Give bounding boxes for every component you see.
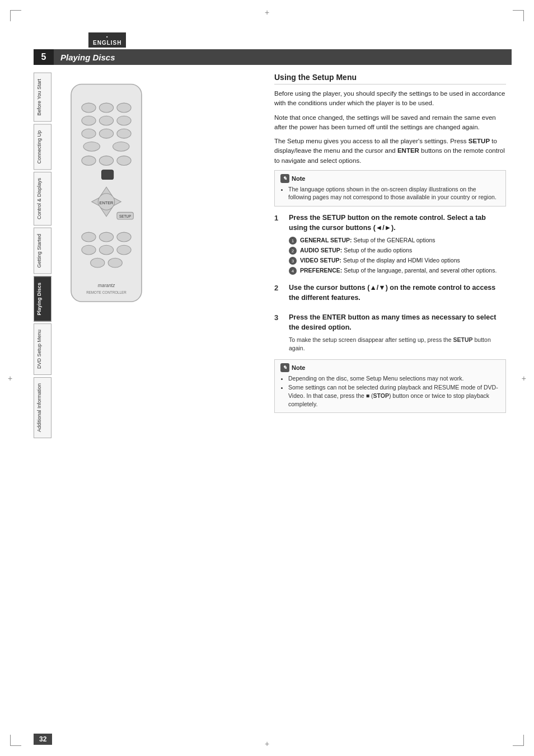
svg-point-12 bbox=[82, 156, 96, 166]
step-content-1: Press the SETUP button on the remote con… bbox=[289, 213, 506, 276]
left-center-cross: + bbox=[8, 374, 12, 383]
svg-text:SETUP: SETUP bbox=[119, 214, 131, 218]
svg-point-30 bbox=[91, 258, 105, 267]
intro-paragraph-2: Note that once changed, the settings wil… bbox=[274, 113, 506, 133]
section-title: Using the Setup Menu bbox=[274, 73, 506, 84]
step-1: 1 Press the SETUP button on the remote c… bbox=[274, 213, 506, 276]
step-number-1: 1 bbox=[274, 213, 283, 276]
svg-point-11 bbox=[113, 142, 129, 151]
note-box-2: ✎ Note Depending on the disc, some Setup… bbox=[274, 359, 506, 414]
sidebar-item-getting-started[interactable]: Getting Started bbox=[34, 228, 51, 274]
note-header-1: ✎ Note bbox=[280, 174, 500, 183]
svg-point-3 bbox=[117, 103, 131, 112]
svg-point-2 bbox=[99, 103, 113, 112]
bullet-text-3: VIDEO SETUP: Setup of the display and HD… bbox=[300, 256, 460, 265]
svg-point-26 bbox=[117, 232, 131, 242]
bullet-video-setup: 3 VIDEO SETUP: Setup of the display and … bbox=[289, 256, 506, 265]
chapter-title: Playing Discs bbox=[60, 53, 115, 62]
svg-point-4 bbox=[82, 116, 96, 125]
note-label-2: Note bbox=[292, 364, 305, 371]
note-header-2: ✎ Note bbox=[280, 363, 500, 372]
corner-mark-tr bbox=[513, 10, 524, 21]
svg-point-10 bbox=[83, 142, 100, 151]
bullet-circle-3: 3 bbox=[289, 257, 297, 265]
bullet-text-1: GENERAL SETUP: Setup of the GENERAL opti… bbox=[300, 236, 435, 245]
side-tabs: Before You Start Connecting Up Control &… bbox=[34, 73, 51, 438]
bullet-circle-1: 1 bbox=[289, 237, 297, 245]
corner-mark-br bbox=[513, 735, 524, 746]
chapter-header: 5 Playing Discs bbox=[34, 49, 512, 65]
note-icon-2: ✎ bbox=[280, 363, 289, 372]
note-text-1: The language options shown in the on-scr… bbox=[280, 185, 500, 201]
intro-paragraph-1: Before using the player, you should spec… bbox=[274, 89, 506, 109]
bullet-general-setup: 1 GENERAL SETUP: Setup of the GENERAL op… bbox=[289, 236, 506, 245]
note-box-1: ✎ Note The language options shown in the… bbox=[274, 170, 506, 206]
note-label-1: Note bbox=[292, 175, 305, 182]
bottom-center-cross: + bbox=[265, 739, 269, 748]
svg-point-24 bbox=[82, 232, 96, 242]
main-content: Using the Setup Menu Before using the pl… bbox=[274, 73, 506, 722]
sidebar-item-connecting-up[interactable]: Connecting Up bbox=[34, 124, 51, 170]
step-sub-3: To make the setup screen disappear after… bbox=[289, 336, 506, 352]
note-icon-1: ✎ bbox=[280, 174, 289, 183]
top-center-cross: + bbox=[265, 8, 269, 17]
step-heading-3: Press the ENTER button as many times as … bbox=[289, 313, 506, 332]
bullet-circle-2: 2 bbox=[289, 247, 297, 255]
sidebar-item-playing-discs[interactable]: Playing Discs bbox=[34, 276, 51, 322]
svg-rect-15 bbox=[102, 170, 114, 180]
step-number-2: 2 bbox=[274, 283, 283, 306]
language-badge-text: ENGLISH bbox=[93, 40, 121, 46]
svg-point-6 bbox=[117, 116, 131, 125]
svg-point-25 bbox=[99, 232, 113, 242]
language-badge: ENGLISH bbox=[88, 32, 126, 48]
bullet-text-4: PREFERENCE: Setup of the language, paren… bbox=[300, 266, 496, 275]
bullet-circle-4: 4 bbox=[289, 267, 297, 275]
sidebar-item-before-you-start[interactable]: Before You Start bbox=[34, 73, 51, 122]
svg-point-9 bbox=[117, 129, 131, 138]
svg-point-8 bbox=[99, 129, 113, 138]
svg-text:ENTER: ENTER bbox=[100, 200, 114, 205]
step-content-3: Press the ENTER button as many times as … bbox=[289, 313, 506, 352]
corner-mark-tl bbox=[10, 10, 21, 21]
svg-point-27 bbox=[82, 245, 96, 255]
step-3: 3 Press the ENTER button as many times a… bbox=[274, 313, 506, 352]
svg-text:marantz: marantz bbox=[98, 283, 115, 288]
sidebar-item-dvd-setup-menu[interactable]: DVD Setup Menu bbox=[34, 323, 51, 375]
chapter-number: 5 bbox=[34, 49, 54, 65]
step-2: 2 Use the cursor buttons (▲/▼) on the re… bbox=[274, 283, 506, 306]
svg-point-29 bbox=[117, 245, 131, 255]
sidebar-item-control-displays[interactable]: Control & Displays bbox=[34, 172, 51, 226]
remote-control-image: ENTER SETUP marantz REMOTE CONTROLLER bbox=[56, 78, 190, 319]
bullet-preference: 4 PREFERENCE: Setup of the language, par… bbox=[289, 266, 506, 275]
bullet-text-2: AUDIO SETUP: Setup of the audio options bbox=[300, 246, 412, 255]
step-heading-2: Use the cursor buttons (▲/▼) on the remo… bbox=[289, 283, 506, 303]
page-number: 32 bbox=[34, 734, 52, 745]
svg-point-1 bbox=[82, 103, 96, 112]
right-center-cross: + bbox=[522, 374, 526, 383]
intro-paragraph-3: The Setup menu gives you access to all t… bbox=[274, 137, 506, 166]
svg-point-28 bbox=[99, 245, 113, 255]
svg-point-31 bbox=[108, 258, 122, 267]
bullet-audio-setup: 2 AUDIO SETUP: Setup of the audio option… bbox=[289, 246, 506, 255]
sidebar-item-additional-information[interactable]: Additional Information bbox=[34, 377, 51, 438]
svg-point-13 bbox=[99, 156, 113, 166]
corner-mark-bl bbox=[10, 735, 21, 746]
note-text-2: Depending on the disc, some Setup Menu s… bbox=[280, 374, 500, 408]
svg-point-7 bbox=[82, 129, 96, 138]
svg-point-5 bbox=[99, 116, 113, 125]
svg-point-14 bbox=[117, 156, 131, 166]
remote-svg: ENTER SETUP marantz REMOTE CONTROLLER bbox=[56, 78, 157, 313]
svg-text:REMOTE CONTROLLER: REMOTE CONTROLLER bbox=[86, 290, 127, 294]
step-content-2: Use the cursor buttons (▲/▼) on the remo… bbox=[289, 283, 506, 306]
step-number-3: 3 bbox=[274, 313, 283, 352]
step-heading-1: Press the SETUP button on the remote con… bbox=[289, 213, 506, 233]
